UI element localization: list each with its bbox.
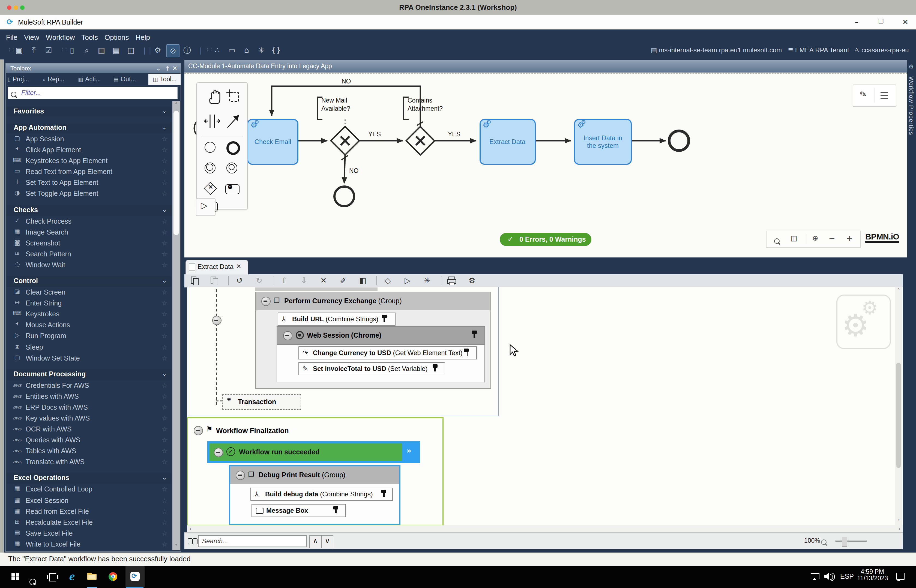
tray-language[interactable]: ESP bbox=[840, 566, 854, 586]
event-run-succeeded-selected[interactable]: ✓ Workflow run succeeded » bbox=[207, 441, 420, 463]
toolbar-report-icon[interactable]: ▤ bbox=[110, 44, 122, 56]
action-message-box[interactable]: Message Box bbox=[252, 504, 346, 517]
favorite-star-icon[interactable]: ☆ bbox=[162, 393, 168, 401]
palette-task[interactable]: ☻ bbox=[225, 184, 239, 194]
favorite-star-icon[interactable]: ☆ bbox=[162, 404, 168, 411]
wf-toolbar-copy-icon[interactable] bbox=[189, 275, 201, 287]
favorite-star-icon[interactable]: ☆ bbox=[162, 179, 168, 187]
toolbox-scroll-thumb[interactable] bbox=[173, 111, 179, 235]
toolbox-section-checks[interactable]: Checks⌄ bbox=[6, 205, 171, 216]
expand-chevrons-icon[interactable]: » bbox=[406, 446, 411, 455]
editor-hscrollbar[interactable]: ‹ › bbox=[187, 525, 903, 532]
palette-end-event[interactable] bbox=[226, 141, 240, 155]
toolbar-badge-check-icon[interactable]: ☑ bbox=[42, 44, 55, 56]
toolbox-item-queries-with-aws[interactable]: awsQueries with AWS☆ bbox=[6, 435, 171, 446]
zoom-in-icon[interactable]: + bbox=[846, 234, 853, 242]
wf-toolbar-paste-icon[interactable] bbox=[208, 275, 220, 287]
menu-options[interactable]: Options bbox=[101, 33, 132, 42]
pin-icon[interactable] bbox=[434, 367, 436, 372]
favorite-star-icon[interactable]: ☆ bbox=[162, 168, 168, 176]
minimap-icon[interactable]: ◫ bbox=[790, 234, 797, 242]
toolbox-item-screenshot[interactable]: ◙Screenshot☆ bbox=[6, 238, 171, 249]
group-collapse-icon[interactable] bbox=[236, 471, 245, 480]
favorite-star-icon[interactable]: ☆ bbox=[162, 486, 168, 493]
favorite-star-icon[interactable]: ☆ bbox=[162, 436, 168, 444]
bpmn-task-extract-data[interactable]: ⚙ Extract Data bbox=[479, 119, 535, 165]
toolbox-scrollbar[interactable]: ˄ ˅ bbox=[173, 101, 180, 550]
zoom-slider-thumb[interactable] bbox=[842, 537, 847, 546]
palette-timer-event[interactable] bbox=[226, 162, 237, 173]
toolbox-tab-projects[interactable]: ▯ Proj... bbox=[8, 74, 42, 85]
bpmn-task-check-email[interactable]: ⚙ Check Email bbox=[247, 119, 299, 165]
canvas-search-icon[interactable] bbox=[774, 238, 780, 244]
menu-help[interactable]: Help bbox=[132, 33, 153, 42]
favorite-star-icon[interactable]: ☆ bbox=[162, 321, 168, 329]
favorite-star-icon[interactable]: ☆ bbox=[162, 415, 168, 422]
wf-toolbar-run-icon[interactable]: ▷ bbox=[402, 275, 414, 287]
favorite-star-icon[interactable]: ☆ bbox=[162, 541, 168, 548]
group-collapse-icon[interactable] bbox=[194, 426, 203, 435]
toolbox-collapse-icon[interactable]: ⌄ bbox=[156, 64, 161, 73]
group-workflow-finalization[interactable]: ⚑ Workflow Finalization ✓ Workflow run s… bbox=[187, 417, 444, 525]
favorite-star-icon[interactable]: ☆ bbox=[162, 530, 168, 537]
toolbar-upload-icon[interactable]: ⤒ bbox=[28, 44, 40, 56]
toolbox-item-keystrokes-to-app-element[interactable]: ⌨Keystrokes to App Element☆ bbox=[6, 155, 171, 166]
toolbox-item-keystrokes[interactable]: ⌨Keystrokes☆ bbox=[6, 309, 171, 320]
editor-search-input[interactable]: Search... bbox=[198, 535, 307, 547]
toolbar-info-doc-icon[interactable]: ⓘ bbox=[181, 44, 193, 56]
toolbox-item-run-program[interactable]: ▷Run Program☆ bbox=[6, 331, 171, 342]
tab-close-icon[interactable]: ✕ bbox=[236, 263, 241, 270]
menu-tools[interactable]: Tools bbox=[78, 33, 101, 42]
vscroll-up-icon[interactable]: ˄ bbox=[895, 288, 902, 294]
bpmnio-logo[interactable]: BPMN.iO bbox=[865, 231, 899, 242]
favorite-star-icon[interactable]: ☆ bbox=[162, 497, 168, 504]
wf-toolbar-undo-icon[interactable]: ↺ bbox=[234, 275, 246, 287]
toolbar-braces-icon[interactable]: {} bbox=[270, 44, 282, 56]
wf-toolbar-debug-icon[interactable]: ✳ bbox=[421, 275, 433, 287]
pin-icon[interactable] bbox=[383, 317, 385, 321]
editor-vscrollbar[interactable]: ˄ ˅ bbox=[895, 287, 902, 525]
ie-icon[interactable]: e bbox=[66, 566, 78, 586]
tray-clock[interactable]: 4:59 PM 11/13/2023 bbox=[857, 566, 888, 586]
zoom-slider-track[interactable] bbox=[835, 541, 867, 542]
group-collapse-icon[interactable] bbox=[261, 297, 271, 306]
menu-view[interactable]: View bbox=[21, 33, 42, 42]
toolbox-item-set-text-to-app-element[interactable]: ISet Text to App Element☆ bbox=[6, 178, 171, 189]
favorite-star-icon[interactable]: ☆ bbox=[162, 239, 168, 247]
toolbox-item-window-set-state[interactable]: ▢Window Set State☆ bbox=[6, 353, 171, 363]
favorite-star-icon[interactable]: ☆ bbox=[162, 381, 168, 389]
bpmn-annotation-new-mail[interactable]: New Mail Available? bbox=[317, 96, 357, 120]
favorite-star-icon[interactable]: ☆ bbox=[162, 228, 168, 236]
toolbox-section-document-processing[interactable]: Document Processing⌄ bbox=[6, 369, 171, 380]
favorite-star-icon[interactable]: ☆ bbox=[162, 157, 168, 165]
palette-start-event[interactable] bbox=[205, 142, 215, 152]
event-run-succeeded[interactable]: ✓ Workflow run succeeded bbox=[210, 443, 402, 461]
scroll-up-icon[interactable]: ˄ bbox=[173, 102, 180, 107]
toolbox-item-clear-screen[interactable]: ◪Clear Screen☆ bbox=[6, 287, 171, 298]
toolbox-item-window-wait[interactable]: ◌Window Wait☆ bbox=[6, 260, 171, 271]
action-change-currency[interactable]: ↷ Change Currency to USD (Get Web Elemen… bbox=[298, 346, 477, 359]
toolbox-tab-toolbox[interactable]: ◫ Tool... bbox=[149, 74, 181, 85]
toolbar-new-doc-icon[interactable]: ▯ bbox=[66, 44, 78, 56]
workflow-properties-strip[interactable]: ⚙ Workflow Properties bbox=[907, 60, 916, 552]
toolbox-section-excel-operations[interactable]: Excel Operations⌄ bbox=[6, 473, 171, 484]
toolbox-item-set-toggle-app-element[interactable]: ◑Set Toggle App Element☆ bbox=[6, 189, 171, 199]
toolbox-item-click-app-element[interactable]: ➤Click App Element☆ bbox=[6, 145, 171, 155]
palette-intermediate-event[interactable] bbox=[205, 162, 215, 173]
favorite-star-icon[interactable]: ☆ bbox=[162, 310, 168, 318]
event-collapse-icon[interactable] bbox=[214, 448, 223, 457]
toolbox-item-read-text-from-app-element[interactable]: ▭Read Text from App Element☆ bbox=[6, 166, 171, 178]
toolbox-item-write-to-excel-file[interactable]: ▦Write to Excel File☆ bbox=[6, 539, 171, 550]
toolbar-asterisk-icon[interactable]: ✳ bbox=[255, 44, 267, 56]
toolbar-server-search-icon[interactable]: ⌕ bbox=[81, 44, 93, 56]
search-prev-button[interactable]: ∧ bbox=[309, 535, 321, 548]
favorite-star-icon[interactable]: ☆ bbox=[162, 217, 168, 225]
transaction-label[interactable]: ❞ Transaction bbox=[222, 394, 301, 409]
toolbox-section-control[interactable]: Control⌄ bbox=[6, 276, 171, 287]
menu-workflow[interactable]: Workflow bbox=[42, 33, 78, 42]
favorite-star-icon[interactable]: ☆ bbox=[162, 289, 168, 296]
toolbox-item-erp-docs-with-aws[interactable]: awsERP Docs with AWS☆ bbox=[6, 402, 171, 413]
filter-input[interactable]: Filter... bbox=[8, 87, 178, 99]
toolbox-close-icon[interactable]: ✕ bbox=[173, 64, 177, 73]
toolbar-gear-icon[interactable]: ⚙ bbox=[152, 44, 164, 56]
